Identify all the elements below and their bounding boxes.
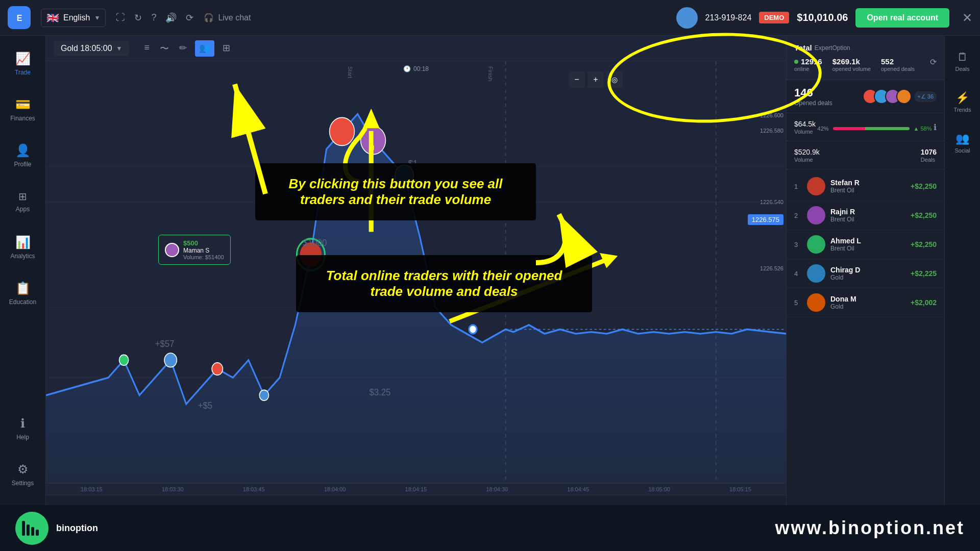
total-volume-info: $520.9k Volume [794,147,820,163]
sidebar-item-finances[interactable]: 💳 Finances [0,87,46,133]
leader-asset-4: Gold [830,274,905,281]
time-label-4: 18:04:00 [324,486,346,492]
table-row[interactable]: 4 Chirag D Gold +$2,225 [787,259,944,288]
progress-green [865,127,910,130]
table-row[interactable]: 5 Dona M Gold +$2,002 [787,288,944,317]
flag-icon: 🇬🇧 [46,12,59,24]
leader-asset-3: Brent Oil [830,245,905,252]
analytics-icon: 📊 [15,235,31,249]
grid-icon[interactable]: ⊞ [220,40,232,57]
refresh-icon[interactable]: ↻ [134,12,142,23]
leader-asset-2: Brent Oil [830,216,905,223]
language-label: English [63,13,90,22]
time-label-8: 18:05:00 [648,486,670,492]
asset-selector[interactable]: Gold 18:05:00 ▼ [54,41,129,56]
leader-name-4: Chirag D [830,266,905,274]
topbar: E 🇬🇧 English ▼ ⛶ ↻ ? 🔊 ⟳ 🎧 Live chat 213… [0,0,980,36]
leader-avatar-3 [807,235,825,254]
sidebar-label-trade: Trade [15,69,31,76]
user-avatar[interactable] [676,7,698,29]
pencil-icon[interactable]: ✏ [177,40,189,57]
opened-header: 146 Opened deals +∠ 36 [794,86,937,107]
livechat-button[interactable]: 🎧 Live chat [204,13,251,22]
zoom-in-button[interactable]: + [587,71,604,88]
opened-volume-label: opened volume [832,66,871,72]
leader-name-1: Stefan R [830,179,905,187]
table-row[interactable]: 1 Stefan R Brent Oil +$2,250 [787,172,944,201]
fullscreen-icon[interactable]: ⛶ [116,12,125,23]
sidebar-item-trends[interactable]: ⚡ Trends [945,82,981,122]
svg-text:+$57: +$57 [155,338,175,349]
sidebar-item-help[interactable]: ℹ Help [0,406,46,452]
stat-online: 12916 online [794,57,822,72]
demo-badge: DEMO [759,12,789,23]
sidebar-item-analytics[interactable]: 📊 Analytics [0,224,46,270]
open-real-account-button[interactable]: Open real account [855,8,949,28]
pct-green-label: ▲ 58% [914,126,932,132]
sidebar-label-profile: Profile [14,161,31,168]
right-sidebar: 🗒 Deals ⚡ Trends 👥 Social [944,36,980,551]
sidebar-item-profile[interactable]: 👤 Profile [0,133,46,179]
center-chart-button[interactable]: ◎ [606,71,623,88]
footer-logo-text: binoption [56,523,98,534]
sidebar-label-apps: Apps [16,206,30,213]
svg-point-12 [259,390,268,400]
progress-bar [833,127,910,130]
leader-info-4: Chirag D Gold [830,266,905,281]
close-icon[interactable]: ✕ [962,11,972,25]
svg-rect-31 [36,530,39,536]
signal-icon[interactable]: ⟳ [186,12,193,23]
annotation-text-2: Total online traders with their opened t… [326,268,562,299]
time-label-7: 18:04:45 [567,486,589,492]
logo-icon[interactable]: E [8,6,31,29]
svg-point-9 [119,355,128,365]
sidebar-item-settings[interactable]: ⚙ Settings [0,452,46,497]
annotation-box-button-info: By clicking this button you see all trad… [255,163,536,220]
online-label: online [794,66,822,72]
help-icon: ℹ [20,416,25,431]
zoom-out-button[interactable]: − [569,71,585,88]
table-row[interactable]: 3 Ahmed L Brent Oil +$2,250 [787,230,944,259]
stat-deals: 552 opened deals [881,57,915,72]
trader-popup: $500 Maman S Volume: $51400 [158,235,231,265]
stat-volume: $269.1k opened volume [832,57,871,72]
sidebar-item-education[interactable]: 📋 Education [0,270,46,316]
expert-option-label: ExpertOption [815,44,850,52]
table-row[interactable]: 2 Rajni R Brent Oil +$2,250 [787,201,944,230]
stats-row: 12916 online $269.1k opened volume 552 o… [794,57,937,72]
svg-point-10 [164,353,177,367]
chart-toolbar-icons: ≡ 〜 ✏ 👥 ⊞ [142,40,232,57]
sidebar-item-apps[interactable]: ⊞ Apps [0,179,46,224]
social-icon: 👥 [955,132,969,145]
users-volume-button[interactable]: 👥 [195,40,214,57]
line-chart-icon[interactable]: 〜 [158,40,171,57]
svg-point-15 [330,117,355,145]
leader-profit-5: +$2,002 [911,298,937,307]
sidebar-item-social[interactable]: 👥 Social [945,122,981,163]
asset-name: Gold 18:05:00 [61,44,112,53]
total-stats-section: $520.9k Volume 1076 Deals [787,141,944,169]
total-volume-label: Volume [794,157,820,163]
volume-row: $64.5k Volume 42% ▲ 58% ℹ [794,119,937,135]
volume-icon[interactable]: 🔊 [165,12,177,23]
volume-value: $64.5k [794,120,816,128]
apps-icon: ⊞ [18,190,27,203]
sidebar-label-trends: Trends [954,107,971,113]
trader-avatar-4 [896,89,912,104]
volume-info-button[interactable]: ℹ [934,122,937,132]
language-selector[interactable]: 🇬🇧 English ▼ [41,9,106,27]
sidebar-item-trade[interactable]: 📈 Trade [0,41,46,87]
account-balance: $10,010.06 [797,12,848,23]
sidebar-item-deals[interactable]: 🗒 Deals [945,41,981,82]
stats-refresh-button[interactable]: ⟳ [930,57,937,67]
svg-text:+$5: +$5 [198,400,213,411]
help-circle-icon[interactable]: ? [151,12,156,23]
total-deals-label: Deals [921,157,937,163]
bar-chart-icon[interactable]: ≡ [142,40,152,57]
rank-5: 5 [794,299,802,307]
leader-info-5: Dona M Gold [830,295,905,310]
popup-info: $500 Maman S Volume: $51400 [183,239,224,260]
sidebar-label-analytics: Analytics [10,253,35,260]
opened-count: 146 [794,86,813,99]
volume-label: Volume [794,129,816,135]
